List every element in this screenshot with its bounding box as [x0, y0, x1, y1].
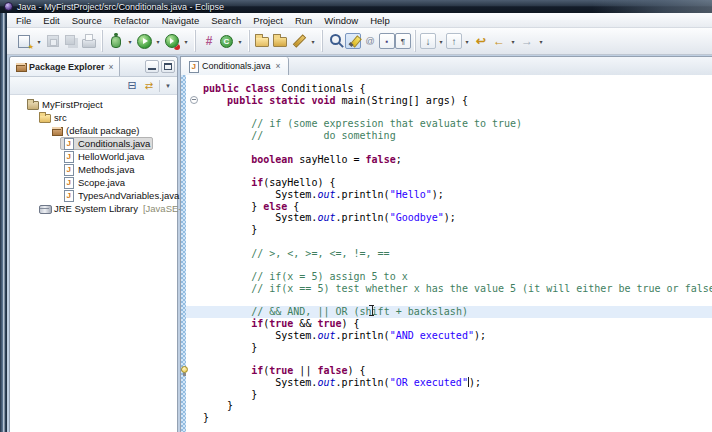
tree-item-label: Conditionals.java — [78, 138, 150, 149]
code-line[interactable]: System.out.println("Hello"); — [186, 189, 712, 201]
next-annotation-button[interactable]: ↓ — [420, 33, 436, 49]
tree-item-helloworld-java[interactable]: HelloWorld.java — [10, 150, 177, 163]
external-tools-dropdown[interactable]: ▾ — [181, 32, 191, 50]
code-line[interactable]: // do something — [186, 130, 712, 142]
externalize-strings-button[interactable]: @ — [361, 32, 379, 50]
link-with-editor-button[interactable]: ⇄ — [142, 79, 156, 93]
code-line[interactable]: } else { — [186, 201, 712, 213]
code-line[interactable] — [186, 142, 712, 154]
minimize-view-button[interactable] — [145, 60, 159, 73]
menu-source[interactable]: Source — [66, 14, 108, 27]
code-line[interactable]: // if(x = 5) assign 5 to x — [186, 271, 712, 283]
previous-annotation-button[interactable]: ↑ — [446, 33, 462, 49]
tree-item-methods-java[interactable]: Methods.java — [10, 163, 177, 176]
code-segment: } — [203, 389, 257, 400]
code-line[interactable]: // >, <, >=, <=, !=, == — [186, 248, 712, 260]
tree-item--default-package-[interactable]: (default package) — [10, 124, 177, 137]
code-line[interactable]: public class Conditionals { — [186, 83, 712, 95]
previous-annotation-dropdown[interactable]: ▾ — [462, 32, 472, 50]
code-line[interactable] — [186, 165, 712, 177]
code-line[interactable] — [186, 295, 712, 307]
forward-dropdown[interactable]: ▾ — [536, 32, 546, 50]
menu-navigate[interactable]: Navigate — [156, 14, 206, 27]
new-java-project-button[interactable]: # — [200, 32, 218, 50]
close-icon[interactable]: × — [276, 61, 281, 71]
menu-window[interactable]: Window — [318, 14, 364, 27]
code-line[interactable] — [186, 236, 712, 248]
code-segment: System. — [203, 377, 317, 388]
new-wizard-dropdown[interactable]: ▾ — [34, 32, 44, 50]
open-resource-button[interactable] — [272, 32, 290, 50]
open-type-button[interactable] — [254, 32, 272, 50]
code-line[interactable]: } — [186, 412, 712, 424]
code-line[interactable]: // if(x == 5) test whether x has the val… — [186, 283, 712, 295]
search-button[interactable] — [327, 32, 345, 50]
code-line[interactable]: if(true && true) { — [186, 318, 712, 330]
code-line[interactable]: } — [186, 400, 712, 412]
code-line[interactable] — [186, 259, 712, 271]
code-line[interactable]: } — [186, 224, 712, 236]
code-line[interactable]: } — [186, 342, 712, 354]
tree-item-typesandvariables-java[interactable]: TypesAndVariables.java — [10, 189, 177, 202]
code-line[interactable]: // if (some expression that evaluate to … — [186, 118, 712, 130]
code-line[interactable]: System.out.println("OR executed"); — [186, 377, 712, 389]
maximize-view-button[interactable] — [161, 60, 175, 73]
run-button[interactable] — [135, 32, 153, 50]
run-dropdown[interactable]: ▾ — [153, 32, 163, 50]
menu-help[interactable]: Help — [364, 14, 396, 27]
tab-package-explorer[interactable]: Package Explorer × — [10, 57, 120, 76]
annotate-button[interactable] — [290, 32, 308, 50]
code-segment: public — [203, 83, 239, 94]
show-selected-element-toggle[interactable]: ▪ — [379, 33, 395, 49]
code-line[interactable]: boolean sayHello = false; — [186, 154, 712, 166]
annotate-dropdown[interactable]: ▾ — [308, 32, 318, 50]
back-button[interactable]: ← — [490, 32, 508, 50]
code-segment — [203, 283, 251, 294]
menu-edit[interactable]: Edit — [37, 14, 65, 27]
code-line[interactable]: System.out.println("AND executed"); — [186, 330, 712, 342]
next-annotation-dropdown[interactable]: ▾ — [436, 32, 446, 50]
back-dropdown[interactable]: ▾ — [508, 32, 518, 50]
tree-item-conditionals-java[interactable]: Conditionals.java — [10, 137, 177, 150]
mark-occurrences-toggle[interactable] — [345, 33, 361, 49]
menu-project[interactable]: Project — [247, 14, 289, 27]
menu-run[interactable]: Run — [289, 14, 318, 27]
collapse-all-button[interactable]: ⊟ — [125, 79, 139, 93]
code-line[interactable]: System.out.println("Goodbye"); — [186, 212, 712, 224]
new-class-dropdown[interactable]: ▾ — [235, 32, 245, 50]
fold-collapse-icon[interactable] — [190, 96, 198, 104]
debug-dropdown[interactable]: ▾ — [125, 32, 135, 50]
tree-item-myfirstproject[interactable]: MyFirstProject — [10, 98, 177, 111]
view-menu-button[interactable]: ▼ — [163, 79, 173, 93]
show-whitespace-toggle[interactable]: ¶ — [395, 33, 411, 49]
tab-conditionals-java[interactable]: Conditionals.java × — [181, 57, 289, 75]
debug-button[interactable] — [107, 32, 125, 50]
code-line[interactable]: } — [186, 389, 712, 401]
menu-refactor[interactable]: Refactor — [108, 14, 156, 27]
tree-item-src[interactable]: src — [10, 111, 177, 124]
print-button[interactable] — [80, 32, 98, 50]
last-edit-location-button[interactable]: ↩ — [472, 32, 490, 50]
code-line[interactable] — [186, 353, 712, 365]
code-line[interactable]: public static void main(String[] args) { — [186, 95, 712, 107]
save-all-button[interactable] — [62, 32, 80, 50]
code-line[interactable] — [186, 107, 712, 119]
forward-button[interactable]: → — [518, 32, 536, 50]
close-icon[interactable]: × — [109, 62, 114, 72]
code-segment: public — [227, 95, 263, 106]
code-area[interactable]: public class Conditionals { public stati… — [186, 83, 712, 424]
editor-content[interactable]: public class Conditionals { public stati… — [181, 75, 712, 432]
external-tools-button[interactable] — [163, 32, 181, 50]
new-wizard-button[interactable] — [16, 32, 34, 50]
tree-item-scope-java[interactable]: Scope.java — [10, 176, 177, 189]
toolbar-group: ▾▾▾ — [102, 30, 195, 52]
code-line[interactable]: if(sayHello) { — [186, 177, 712, 189]
menu-search[interactable]: Search — [205, 14, 247, 27]
new-class-button[interactable]: C — [220, 35, 233, 48]
code-line[interactable]: if(true || false) { — [186, 365, 712, 377]
package-explorer-icon — [15, 61, 26, 72]
code-line[interactable]: // && AND, || OR (shift + backslash) — [186, 306, 712, 318]
tree-item-jre-system-library[interactable]: JRE System Library[JavaSE-1.6] — [10, 202, 177, 215]
save-button[interactable] — [44, 32, 62, 50]
menu-file[interactable]: File — [10, 14, 37, 27]
